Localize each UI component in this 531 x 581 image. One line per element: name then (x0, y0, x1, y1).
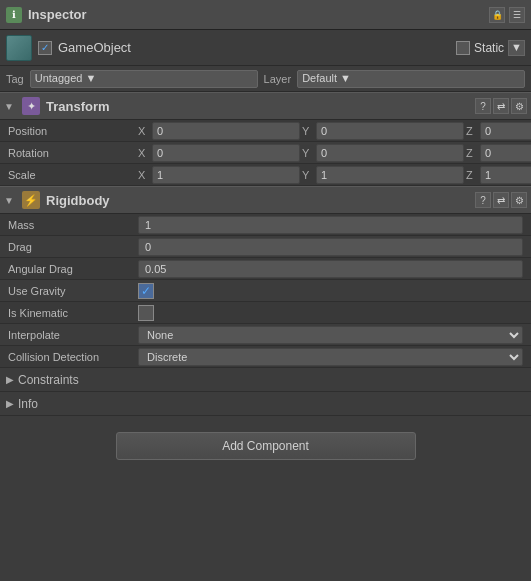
gameobject-row: ✓ GameObject Static ▼ (0, 30, 531, 66)
info-row[interactable]: ▶ Info (0, 392, 531, 416)
transform-title: Transform (46, 99, 110, 114)
rotation-z-label: Z (466, 147, 478, 159)
is-kinematic-row: Is Kinematic (0, 302, 531, 324)
add-component-button[interactable]: Add Component (116, 432, 416, 460)
transform-actions: ? ⇄ ⚙ (475, 98, 527, 114)
scale-label: Scale (8, 169, 138, 181)
tag-layer-row: Tag Untagged ▼ Layer Default ▼ (0, 66, 531, 92)
lock-button[interactable]: 🔒 (489, 7, 505, 23)
scale-z-input[interactable] (480, 166, 531, 184)
mass-input[interactable] (138, 216, 523, 234)
static-label: Static (474, 41, 504, 55)
layer-dropdown[interactable]: Default ▼ (297, 70, 525, 88)
position-label: Position (8, 125, 138, 137)
tag-label: Tag (6, 73, 24, 85)
is-kinematic-checkbox[interactable] (138, 305, 154, 321)
rotation-y-input[interactable] (316, 144, 464, 162)
collision-detection-label: Collision Detection (8, 351, 138, 363)
rotation-x-input[interactable] (152, 144, 300, 162)
use-gravity-checkbox[interactable]: ✓ (138, 283, 154, 299)
collision-detection-row: Collision Detection Discrete (0, 346, 531, 368)
position-x-input[interactable] (152, 122, 300, 140)
scale-fields: X Y Z (138, 166, 531, 184)
gameobject-cube-icon (6, 35, 32, 61)
transform-help-btn[interactable]: ? (475, 98, 491, 114)
use-gravity-checkmark: ✓ (141, 284, 151, 298)
info-label: Info (18, 397, 38, 411)
drag-row: Drag (0, 236, 531, 258)
static-checkbox[interactable] (456, 41, 470, 55)
is-kinematic-label: Is Kinematic (8, 307, 138, 319)
rigidbody-menu-btn[interactable]: ⚙ (511, 192, 527, 208)
mass-row: Mass (0, 214, 531, 236)
rotation-z-input[interactable] (480, 144, 531, 162)
rigidbody-help-btn[interactable]: ? (475, 192, 491, 208)
rotation-x-label: X (138, 147, 150, 159)
menu-button[interactable]: ☰ (509, 7, 525, 23)
interpolate-dropdown[interactable]: None (138, 326, 523, 344)
rotation-fields: X Y Z (138, 144, 531, 162)
angular-drag-row: Angular Drag (0, 258, 531, 280)
position-row: Position X Y Z (0, 120, 531, 142)
transform-section-header[interactable]: ▼ ✦ Transform ? ⇄ ⚙ (0, 92, 531, 120)
position-z-input[interactable] (480, 122, 531, 140)
angular-drag-label: Angular Drag (8, 263, 138, 275)
drag-label: Drag (8, 241, 138, 253)
add-component-area: Add Component (0, 416, 531, 476)
rigidbody-collapse-arrow: ▼ (4, 195, 16, 206)
rigidbody-title: Rigidbody (46, 193, 110, 208)
mass-label: Mass (8, 219, 138, 231)
scale-y-label: Y (302, 169, 314, 181)
position-fields: X Y Z (138, 122, 531, 140)
tag-dropdown[interactable]: Untagged ▼ (30, 70, 258, 88)
rigidbody-reset-btn[interactable]: ⇄ (493, 192, 509, 208)
collision-detection-dropdown[interactable]: Discrete (138, 348, 523, 366)
rotation-row: Rotation X Y Z (0, 142, 531, 164)
static-row: Static ▼ (456, 40, 525, 56)
rigidbody-section-header[interactable]: ▼ ⚡ Rigidbody ? ⇄ ⚙ (0, 186, 531, 214)
constraints-arrow: ▶ (6, 374, 14, 385)
drag-input[interactable] (138, 238, 523, 256)
layer-label: Layer (264, 73, 292, 85)
rotation-y-label: Y (302, 147, 314, 159)
transform-collapse-arrow: ▼ (4, 101, 16, 112)
scale-row: Scale X Y Z (0, 164, 531, 186)
angular-drag-input[interactable] (138, 260, 523, 278)
rigidbody-actions: ? ⇄ ⚙ (475, 192, 527, 208)
rigidbody-icon: ⚡ (22, 191, 40, 209)
transform-menu-btn[interactable]: ⚙ (511, 98, 527, 114)
position-y-input[interactable] (316, 122, 464, 140)
inspector-icon: ℹ (6, 7, 22, 23)
interpolate-row: Interpolate None (0, 324, 531, 346)
constraints-label: Constraints (18, 373, 79, 387)
scale-x-label: X (138, 169, 150, 181)
inspector-title: Inspector (28, 7, 87, 22)
position-x-label: X (138, 125, 150, 137)
scale-x-input[interactable] (152, 166, 300, 184)
gameobject-name[interactable]: GameObject (58, 40, 450, 55)
use-gravity-label: Use Gravity (8, 285, 138, 297)
gameobject-enabled-checkbox[interactable]: ✓ (38, 41, 52, 55)
use-gravity-row: Use Gravity ✓ (0, 280, 531, 302)
position-z-label: Z (466, 125, 478, 137)
rotation-label: Rotation (8, 147, 138, 159)
transform-icon: ✦ (22, 97, 40, 115)
transform-reset-btn[interactable]: ⇄ (493, 98, 509, 114)
static-dropdown[interactable]: ▼ (508, 40, 525, 56)
interpolate-label: Interpolate (8, 329, 138, 341)
title-bar-actions: 🔒 ☰ (489, 7, 525, 23)
position-y-label: Y (302, 125, 314, 137)
title-bar: ℹ Inspector 🔒 ☰ (0, 0, 531, 30)
scale-z-label: Z (466, 169, 478, 181)
info-arrow: ▶ (6, 398, 14, 409)
scale-y-input[interactable] (316, 166, 464, 184)
constraints-row[interactable]: ▶ Constraints (0, 368, 531, 392)
